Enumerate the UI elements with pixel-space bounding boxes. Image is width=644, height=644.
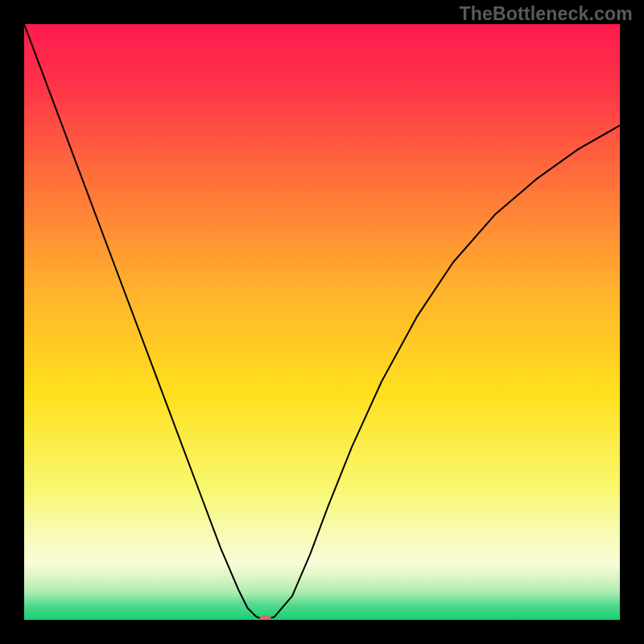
chart-frame: TheBottleneck.com [0,0,644,644]
watermark-text: TheBottleneck.com [459,3,633,25]
gradient-background [24,24,620,620]
chart-svg [24,24,620,620]
plot-area [24,24,620,620]
